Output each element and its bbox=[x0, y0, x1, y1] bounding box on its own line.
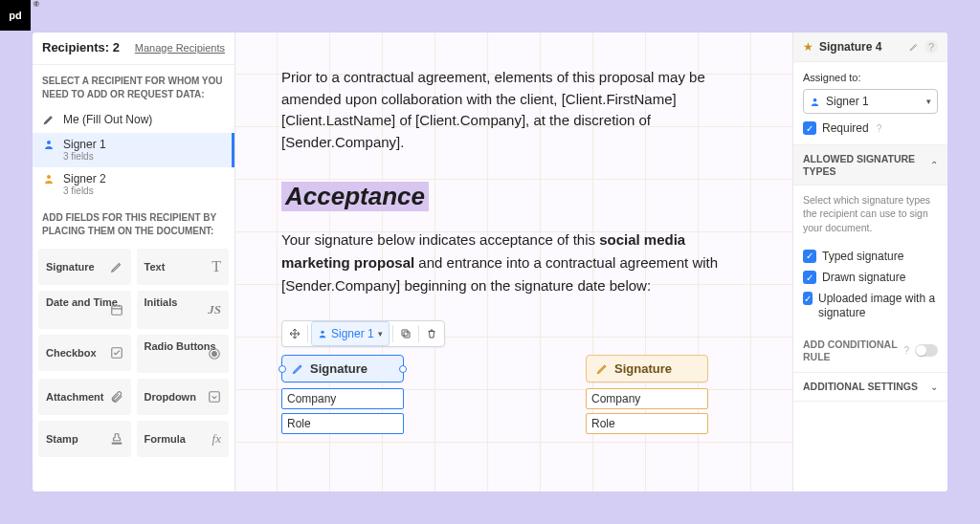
conditional-rule-row: ADD CONDITIONAL RULE ? bbox=[793, 329, 947, 373]
field-attachment[interactable]: Attachment bbox=[38, 379, 131, 415]
role-field-signer-1[interactable]: Role bbox=[281, 413, 404, 434]
radio-icon bbox=[208, 347, 221, 360]
company-field-signer-2[interactable]: Company bbox=[586, 388, 708, 409]
chevron-down-icon: ▾ bbox=[378, 329, 383, 338]
document-canvas[interactable]: Prior to a contractual agreement, elemen… bbox=[235, 33, 792, 491]
text-icon: T bbox=[212, 258, 221, 275]
help-icon[interactable]: ? bbox=[877, 123, 882, 134]
app-shell: Recipients: 2 Manage Recipients SELECT A… bbox=[33, 33, 947, 491]
recipients-header: Recipients: 2 Manage Recipients bbox=[33, 33, 234, 65]
svg-point-7 bbox=[321, 331, 323, 334]
acceptance-paragraph: Your signature below indicates acceptanc… bbox=[281, 229, 746, 297]
help-icon[interactable]: ? bbox=[903, 345, 909, 356]
signer-name: Signer 2 bbox=[63, 172, 106, 186]
sig-type-typed-label: Typed signature bbox=[822, 250, 903, 263]
field-title: Signature 4 bbox=[819, 40, 903, 54]
edit-name-icon[interactable] bbox=[909, 42, 919, 52]
manage-recipients-link[interactable]: Manage Recipients bbox=[135, 42, 225, 54]
assigned-to-block: Assigned to: Signer 1 ▾ ✓ Required ? bbox=[793, 62, 947, 145]
formula-icon: fx bbox=[212, 431, 221, 447]
sig-type-typed-checkbox[interactable]: ✓ bbox=[803, 250, 816, 263]
svg-rect-2 bbox=[111, 306, 122, 315]
signer-name: Signer 1 bbox=[63, 138, 106, 151]
signature-icon bbox=[292, 362, 304, 375]
star-icon: ★ bbox=[803, 40, 813, 54]
allowed-sig-types-accordion[interactable]: ALLOWED SIGNATURE TYPES ⌃ bbox=[793, 145, 947, 186]
field-formula[interactable]: Formulafx bbox=[137, 421, 230, 457]
required-checkbox[interactable]: ✓ bbox=[803, 121, 816, 135]
brand-logo: pd bbox=[0, 0, 31, 31]
sig-type-drawn-label: Drawn signature bbox=[822, 271, 905, 284]
signer-field-count: 3 fields bbox=[63, 151, 106, 162]
checkbox-icon bbox=[110, 346, 123, 360]
field-checkbox[interactable]: Checkbox bbox=[38, 335, 131, 371]
field-stamp[interactable]: Stamp bbox=[38, 421, 131, 457]
document-content: Prior to a contractual agreement, elemen… bbox=[235, 33, 792, 472]
svg-rect-6 bbox=[210, 392, 220, 403]
field-initials[interactable]: InitialsJS bbox=[137, 291, 230, 329]
delete-button[interactable] bbox=[419, 321, 444, 346]
person-icon bbox=[42, 138, 56, 151]
recipient-signer-1[interactable]: Signer 1 3 fields bbox=[33, 133, 234, 167]
sig-type-uploaded-row: ✓ Uploaded image with a signature bbox=[803, 284, 938, 319]
signature-icon bbox=[110, 260, 123, 273]
signature-types-list: ✓ Typed signature ✓ Drawn signature ✓ Up… bbox=[793, 242, 947, 330]
assignee-picker[interactable]: Signer 1 ▾ bbox=[311, 321, 390, 346]
left-panel: Recipients: 2 Manage Recipients SELECT A… bbox=[33, 33, 235, 491]
conditional-rule-label: ADD CONDITIONAL RULE bbox=[803, 338, 898, 362]
person-icon bbox=[42, 172, 56, 186]
signature-field-label: Signature bbox=[614, 361, 672, 376]
chevron-down-icon: ⌄ bbox=[930, 382, 938, 392]
svg-rect-8 bbox=[404, 332, 410, 338]
duplicate-button[interactable] bbox=[393, 321, 418, 346]
allowed-sig-types-hint: Select which signature types the recipie… bbox=[793, 186, 947, 242]
signature-field-signer-1[interactable]: Signature bbox=[281, 355, 404, 382]
chevron-down-icon: ▾ bbox=[926, 97, 931, 106]
sig-type-typed-row: ✓ Typed signature bbox=[803, 242, 938, 263]
add-fields-label: ADD FIELDS FOR THIS RECIPIENT BY PLACING… bbox=[33, 202, 234, 243]
field-signature[interactable]: Signature bbox=[38, 249, 131, 285]
svg-point-1 bbox=[47, 175, 51, 179]
company-field-signer-1[interactable]: Company bbox=[281, 388, 404, 409]
field-dropdown[interactable]: Dropdown bbox=[137, 379, 230, 415]
signer-1-column: Signature Company Role bbox=[281, 355, 404, 438]
recipient-signer-2[interactable]: Signer 2 3 fields bbox=[33, 167, 234, 202]
person-icon bbox=[810, 97, 820, 107]
svg-point-0 bbox=[47, 141, 51, 144]
signature-field-signer-2[interactable]: Signature bbox=[586, 355, 708, 382]
field-date-time[interactable]: Date and Time bbox=[38, 291, 131, 329]
pen-icon bbox=[42, 114, 56, 125]
assigned-to-label: Assigned to: bbox=[803, 72, 938, 83]
acceptance-heading: Acceptance bbox=[281, 182, 429, 211]
field-toolbar: Signer 1 ▾ bbox=[281, 320, 445, 347]
sig-type-uploaded-checkbox[interactable]: ✓ bbox=[803, 292, 813, 305]
help-icon[interactable]: ? bbox=[924, 40, 938, 54]
signature-field-label: Signature bbox=[310, 361, 368, 376]
svg-point-5 bbox=[212, 352, 217, 357]
right-panel: ★ Signature 4 ? Assigned to: Signer 1 ▾ … bbox=[792, 33, 947, 491]
svg-point-10 bbox=[813, 98, 817, 101]
field-text[interactable]: TextT bbox=[137, 249, 230, 285]
toolbar-separator bbox=[307, 325, 308, 342]
signer-field-count: 3 fields bbox=[63, 186, 106, 196]
recipient-me-row[interactable]: Me (Fill Out Now) bbox=[33, 106, 234, 133]
recipient-me-label: Me (Fill Out Now) bbox=[63, 113, 152, 126]
conditional-rule-toggle[interactable] bbox=[915, 344, 938, 357]
calendar-icon bbox=[110, 303, 123, 317]
move-handle-button[interactable] bbox=[282, 321, 307, 346]
sig-type-drawn-row: ✓ Drawn signature bbox=[803, 263, 938, 284]
recipients-count: Recipients: 2 bbox=[42, 40, 120, 55]
signature-icon bbox=[596, 362, 609, 375]
allowed-sig-types-title: ALLOWED SIGNATURE TYPES bbox=[803, 153, 930, 177]
additional-settings-accordion[interactable]: ADDITIONAL SETTINGS ⌄ bbox=[793, 373, 947, 402]
field-radio-buttons[interactable]: Radio Buttons bbox=[137, 335, 230, 373]
assigned-to-select[interactable]: Signer 1 ▾ bbox=[803, 89, 938, 114]
attachment-icon bbox=[110, 390, 123, 404]
select-recipient-label: SELECT A RECIPIENT FOR WHOM YOU NEED TO … bbox=[33, 65, 234, 106]
signature-area: Signature Company Role Signature Company… bbox=[281, 355, 746, 438]
sig-type-uploaded-label: Uploaded image with a signature bbox=[818, 292, 938, 319]
signer-2-column: Signature Company Role bbox=[586, 355, 708, 438]
field-properties-header: ★ Signature 4 ? bbox=[793, 33, 947, 62]
role-field-signer-2[interactable]: Role bbox=[586, 413, 708, 434]
sig-type-drawn-checkbox[interactable]: ✓ bbox=[803, 271, 816, 284]
